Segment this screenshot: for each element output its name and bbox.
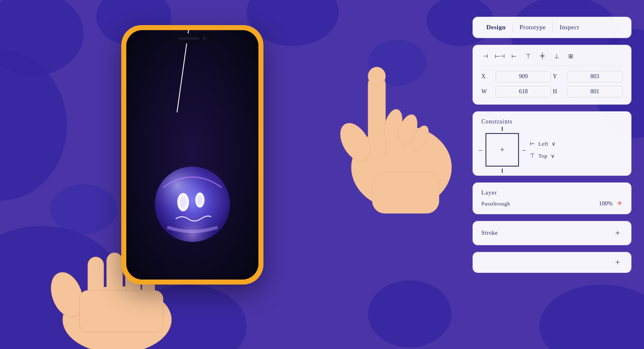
notch-speaker (179, 37, 199, 40)
layer-right: 100% 👁 (599, 200, 623, 207)
tab-prototype[interactable]: Prototype (513, 22, 553, 33)
constraint-bar-bottom (502, 169, 503, 173)
x-label: X (481, 73, 494, 80)
h-value[interactable]: 801 (567, 86, 623, 98)
opacity-value[interactable]: 100% (599, 200, 613, 207)
constraint-plus-icon: + (500, 146, 504, 154)
align-center-h-icon[interactable]: ⊢⊣ (496, 52, 504, 60)
distribute-icon[interactable]: ⊞ (567, 52, 575, 60)
coords-grid: X 909 Y 803 W 618 H 801 (481, 71, 623, 98)
layer-title: Layer (481, 190, 623, 196)
constraints-title: Constraints (481, 118, 623, 125)
align-right-icon[interactable]: ⊢ (510, 52, 518, 60)
stroke-row: Stroke + (481, 228, 623, 238)
layer-row: Passthrough 100% 👁 (481, 200, 623, 207)
fill-add-button[interactable]: + (613, 257, 623, 267)
svg-point-25 (180, 196, 187, 208)
stroke-card: Stroke + (473, 221, 631, 245)
right-panel: Design Prototype Inspect ⊣ ⊢⊣ ⊢ ⊤ ╪ ⊥ ⊞ … (473, 17, 631, 273)
phone-notch (171, 33, 213, 44)
svg-rect-19 (79, 290, 163, 332)
tab-inspect[interactable]: Inspect (553, 22, 586, 33)
stroke-add-button[interactable]: + (613, 228, 623, 238)
constraint-left-icon: ⊢ (530, 140, 535, 147)
align-center-v-icon[interactable]: ╪ (538, 52, 547, 60)
w-value[interactable]: 618 (496, 86, 551, 98)
constraint-left-label: Left (539, 141, 549, 147)
y-value[interactable]: 803 (567, 71, 623, 82)
notch-camera (203, 37, 206, 40)
constraint-left-chevron: ∨ (552, 141, 556, 147)
blend-mode-dropdown[interactable]: Passthrough (481, 200, 510, 207)
constraint-top-icon: ⊤ (530, 152, 535, 159)
align-bottom-icon[interactable]: ⊥ (552, 52, 561, 60)
constraint-top-chevron: ∨ (551, 153, 555, 159)
constraint-dash-left: – (479, 146, 482, 154)
constraint-top-label: Top (539, 153, 548, 159)
phone-screen (126, 30, 258, 280)
svg-rect-34 (372, 172, 439, 213)
tabs-card: Design Prototype Inspect (473, 17, 631, 38)
stroke-label: Stroke (481, 230, 498, 236)
constraint-options: ⊢ Left ∨ ⊤ Top ∨ (530, 140, 556, 159)
svg-point-26 (197, 195, 203, 205)
ghost-scene (126, 30, 258, 280)
phone-body (121, 25, 263, 285)
tab-design[interactable]: Design (480, 22, 513, 33)
constraint-box: + – – (486, 133, 519, 167)
constraint-dash-right: – (522, 146, 526, 154)
constraint-bar-top (502, 127, 503, 131)
layer-card: Layer Passthrough 100% 👁 (473, 182, 631, 214)
svg-rect-28 (368, 75, 386, 159)
x-value[interactable]: 909 (496, 71, 551, 82)
constraints-card: Constraints + – – ⊢ Left ∨ (473, 111, 631, 176)
hand-right (276, 42, 468, 234)
phone-container (121, 25, 263, 285)
svg-point-29 (368, 67, 386, 85)
constraint-diagram: + – – (481, 131, 523, 169)
ghost-character (151, 162, 234, 246)
constraint-top-option[interactable]: ⊤ Top ∨ (530, 152, 556, 159)
h-label: H (553, 88, 565, 95)
fill-row: + (481, 257, 623, 267)
align-left-icon[interactable]: ⊣ (481, 52, 490, 60)
y-label: Y (553, 73, 565, 80)
align-top-icon[interactable]: ⊤ (524, 52, 532, 60)
transform-card: ⊣ ⊢⊣ ⊢ ⊤ ╪ ⊥ ⊞ X 909 Y 803 W 618 H 801 (473, 45, 631, 105)
alignment-row: ⊣ ⊢⊣ ⊢ ⊤ ╪ ⊥ ⊞ (481, 52, 623, 66)
visibility-icon[interactable]: 👁 (617, 200, 623, 207)
w-label: W (481, 88, 494, 95)
fill-card: + (473, 252, 631, 273)
constraints-content: + – – ⊢ Left ∨ ⊤ Top ∨ (481, 131, 623, 169)
constraint-left-option[interactable]: ⊢ Left ∨ (530, 140, 556, 147)
